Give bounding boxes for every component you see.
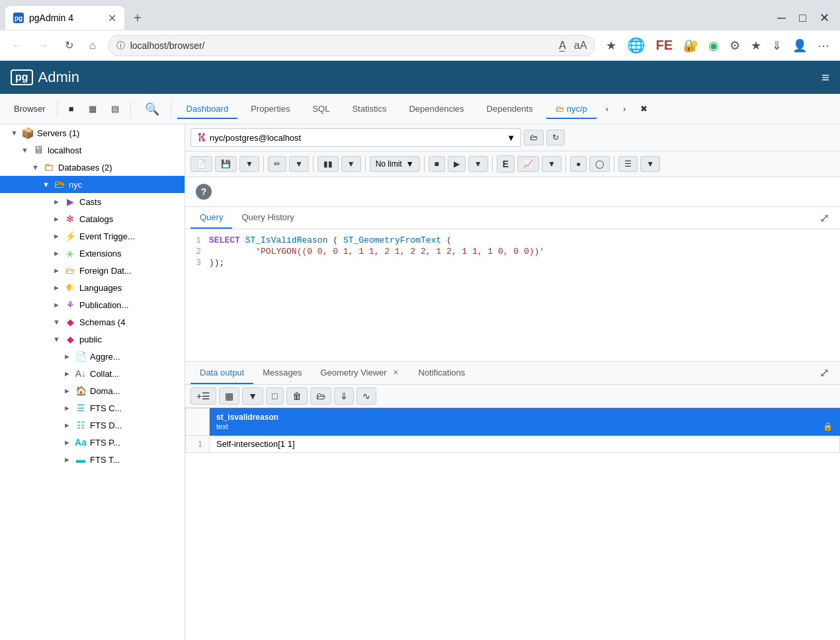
tree-item-extensions[interactable]: ► ⚹ Extensions [0,245,185,262]
cell-st_isvalidreason-1[interactable]: Self-intersection[1 1] [210,436,840,453]
reconnect-button[interactable]: ↻ [546,130,565,145]
filter-button[interactable]: ▮▮ [317,156,339,172]
messages-tab[interactable]: Messages [253,362,311,384]
tree-item-fts-config[interactable]: ► ☰ FTS C... [0,399,185,417]
tab-dependencies[interactable]: Dependencies [399,99,474,119]
shield-icon[interactable]: ◉ [706,37,722,54]
win-maximize-button[interactable]: □ [794,9,812,26]
tab-properties[interactable]: Properties [241,99,300,119]
tree-item-schemas[interactable]: ▼ ◆ Schemas (4 [0,313,185,331]
results-tab-bar: Data output Messages Geometry Viewer × N… [185,362,840,385]
format-options-button[interactable]: ▼ [640,156,660,172]
favorites-star-icon[interactable]: ★ [603,37,619,54]
tree-item-servers[interactable]: ▼ 📦 Servers (1) [0,124,185,141]
add-row-button[interactable]: +☰ [190,387,216,405]
puzzle-icon[interactable]: ⚙ [727,37,743,54]
browser-tab[interactable]: pg pgAdmin 4 ✕ [5,6,124,30]
tree-item-casts[interactable]: ► ▶ Casts [0,193,185,210]
tree-item-fts-parser[interactable]: ► Aa FTS P... [0,434,185,451]
tree-item-localhost[interactable]: ▼ 🖥 localhost [0,141,185,159]
extension-icon[interactable]: 🔐 [681,37,700,54]
code-editor[interactable]: 1 SELECT ST_IsValidReason ( ST_GeometryF… [185,229,840,362]
run-button[interactable]: ▶ [448,156,466,172]
geometry-viewer-close-button[interactable]: × [392,367,399,378]
tab-dependents[interactable]: Dependents [477,99,543,119]
table-icon-button[interactable]: ▦ [83,100,103,117]
tab-nyc[interactable]: 🗁 nyc/p [546,99,597,119]
execute-options-button[interactable]: 🗁 [524,130,544,145]
tree-item-collations[interactable]: ► A↓ Collat... [0,365,185,382]
help-button[interactable]: ? [196,184,212,200]
limit-selector[interactable]: No limit ▼ [370,156,420,172]
download-icon[interactable]: ⇓ [769,37,784,54]
download-button[interactable]: ⇓ [334,387,354,405]
win-close-button[interactable]: ✕ [814,9,835,26]
delete-button[interactable]: 🗑 [286,387,308,405]
save-data-button[interactable]: 🗁 [310,387,331,405]
search-button[interactable]: 🔍 [139,99,165,120]
tree-item-catalogs[interactable]: ► ✻ Catalogs [0,210,185,227]
object-icon-button[interactable]: ■ [63,100,80,117]
filter-options-button[interactable]: ▼ [341,156,361,172]
collections-icon[interactable]: ★ [748,37,764,54]
results-expand-icon[interactable]: ⤢ [814,363,835,383]
rollback-button[interactable]: ◯ [589,156,610,172]
tab-dashboard[interactable]: Dashboard [177,99,239,119]
explain-analyze-button[interactable]: 📈 [517,156,539,172]
tree-item-nyc[interactable]: ▼ 🗁 nyc [0,176,185,193]
tab-statistics[interactable]: Statistics [342,99,396,119]
tab-close-button[interactable]: ✕ [108,12,116,24]
query-editor-expand-icon[interactable]: ⤢ [814,208,835,228]
column-header-st_isvalidreason[interactable]: st_isvalidreason text 🔒 [210,409,840,436]
tree-item-databases[interactable]: ▼ 🗀 Databases (2) [0,159,185,176]
run-options-button[interactable]: ▼ [468,156,488,172]
profile-icon[interactable]: 🌐 [624,36,648,56]
win-minimize-button[interactable]: ─ [772,9,791,26]
tree-item-publications[interactable]: ► ⚘ Publication... [0,296,185,313]
paste-button[interactable]: □ [266,387,283,405]
geometry-viewer-tab[interactable]: Geometry Viewer × [311,362,409,384]
query-history-tab[interactable]: Query History [232,207,303,229]
data-output-tab[interactable]: Data output [190,362,253,384]
reload-button[interactable]: ↻ [61,38,77,53]
tab-sql[interactable]: SQL [302,99,339,119]
edit-options-button[interactable]: ▼ [289,156,309,172]
tab-nav-left[interactable]: ‹ [600,100,614,117]
tree-item-domains[interactable]: ► 🏠 Doma... [0,382,185,399]
save-button[interactable]: 💾 [215,156,237,172]
hamburger-menu-icon[interactable]: ≡ [821,70,829,85]
tree-item-languages[interactable]: ► 🗣 Languages [0,279,185,296]
explain-options-button[interactable]: ▼ [542,156,562,172]
open-file-button[interactable]: 📄 [190,156,212,172]
tree-item-public[interactable]: ▼ ◆ public [0,331,185,348]
copy-button[interactable]: ▦ [219,387,239,405]
tree-item-event-triggers[interactable]: ► ⚡ Event Trigge... [0,227,185,245]
more-icon[interactable]: ⋯ [815,37,832,54]
edit-button[interactable]: ✏ [268,156,286,172]
db-selector[interactable]: ⛕ nyc/postgres@localhost ▼ [190,128,521,147]
explain-button[interactable]: E [497,155,515,173]
tree-item-aggregates[interactable]: ► 📄 Aggre... [0,348,185,365]
graph-button[interactable]: ∿ [357,387,376,405]
commit-button[interactable]: ● [570,156,587,172]
tab-close[interactable]: ✖ [634,100,653,117]
view-icon-button[interactable]: ▤ [105,100,125,117]
back-button[interactable]: ← [8,38,26,53]
browser-button[interactable]: Browser [8,100,52,117]
copy-options-button[interactable]: ▼ [242,387,263,405]
save-options-button[interactable]: ▼ [239,156,259,172]
tree-item-foreign-data[interactable]: ► 🗁 Foreign Dat... [0,262,185,279]
stop-button[interactable]: ■ [429,156,445,172]
query-tab[interactable]: Query [190,207,232,229]
tab-nav-right[interactable]: › [617,100,632,117]
tree-item-fts-template[interactable]: ► ▬ FTS T... [0,451,185,468]
url-box[interactable]: ⓘ localhost/browser/ A̲ aA [108,35,596,56]
notifications-tab[interactable]: Notifications [409,362,474,384]
format-button[interactable]: ☰ [618,156,638,172]
new-tab-button[interactable]: + [128,8,147,28]
user-icon[interactable]: 👤 [790,37,810,54]
collations-icon: A↓ [74,367,87,380]
fe-icon[interactable]: FE [653,36,675,54]
tree-item-fts-dict[interactable]: ► ☷ FTS D... [0,417,185,434]
home-button[interactable]: ⌂ [85,38,100,53]
